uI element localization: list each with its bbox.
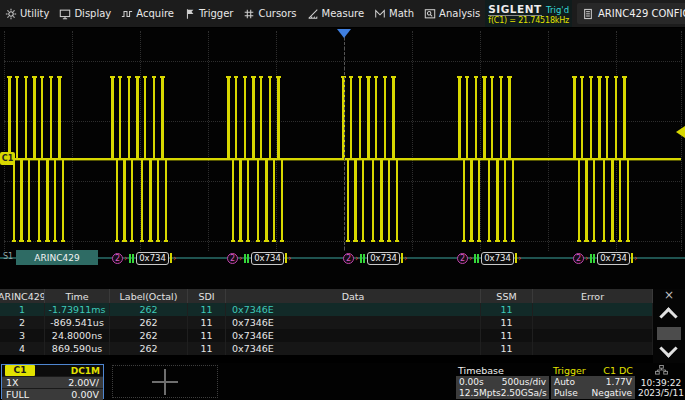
arinc429-config-button[interactable]: ARINC429 CONFIG	[577, 3, 685, 24]
menu-item-math[interactable]: Math	[369, 0, 419, 27]
table-cell: 11	[481, 329, 533, 342]
frame-word-count: 2	[457, 253, 468, 264]
menu-item-cursors[interactable]: Cursors	[238, 0, 301, 27]
trigger-label: Trigger	[553, 365, 586, 376]
menu-item-trigger[interactable]: Trigger	[179, 0, 239, 27]
col-header-time: Time	[45, 289, 110, 303]
clock-panel: 10:39:22 2023/5/11	[638, 364, 684, 399]
table-cell: 11	[188, 329, 226, 342]
frame-truncated-arrow-icon: ›	[173, 254, 176, 263]
menu-label: Acquire	[136, 8, 174, 19]
gear-icon	[5, 8, 17, 20]
menu-item-analysis[interactable]: Analysis	[419, 0, 485, 27]
timebase-panel[interactable]: Timebase 0.00s 500us/div 12.5Mpts 2.50GS…	[456, 364, 549, 399]
table-row[interactable]: 324.8000ns262110x7346E11	[0, 329, 653, 342]
menu-label: Math	[389, 8, 414, 19]
menu-label: Analysis	[439, 8, 480, 19]
trigger-position-marker[interactable]	[337, 29, 351, 38]
decode-frame: 2›0x734›	[343, 250, 407, 266]
sample-rate: 2.50GSa/s	[501, 388, 547, 398]
col-header-label: Label(Octal)	[110, 289, 188, 303]
add-channel-area[interactable]	[112, 365, 218, 398]
channel1-panel[interactable]: C1 DC1M 1X 2.00V/ FULL 0.00V	[1, 364, 104, 399]
status-block: SIGLENT Trig'd f(C1) = 21.74518kHz	[485, 0, 572, 27]
table-cell: 0x7346E	[226, 316, 481, 329]
trigger-level-marker[interactable]	[676, 126, 685, 138]
menu-item-display[interactable]: Display	[54, 0, 116, 27]
trigger-source: C1 DC	[603, 365, 633, 376]
table-cell: 1	[0, 303, 45, 316]
frame-sync-bars-icon	[129, 254, 134, 263]
clock-date: 2023/5/11	[638, 388, 684, 398]
table-cell: 262	[110, 316, 188, 329]
table-cell: 11	[188, 303, 226, 316]
table-cell: 3	[0, 329, 45, 342]
status-bar: C1 DC1M 1X 2.00V/ FULL 0.00V Timebase 0.…	[0, 363, 685, 400]
frame-truncated-arrow-icon: ›	[518, 254, 521, 263]
waveform-display[interactable]: C1 S1 ARINC429 2›0x734›2›0x734›2›0x734›2…	[0, 28, 685, 289]
menu-item-utility[interactable]: Utility	[0, 0, 54, 27]
plus-icon	[152, 369, 178, 395]
frame-word-count: 2	[112, 253, 123, 264]
col-header-ssm: SSM	[481, 289, 533, 303]
menu-label: Utility	[20, 8, 49, 19]
decode-table: ARINC429 Time Label(Octal) SDI Data SSM …	[0, 289, 685, 363]
channel1-ground-marker[interactable]: C1	[0, 152, 15, 165]
table-scroll-gutter: ×	[653, 289, 685, 363]
table-cell: 2	[0, 316, 45, 329]
table-cell: -1.73911ms	[45, 303, 110, 316]
channel1-badge: C1	[5, 365, 35, 376]
frame-data-value: 0x734	[251, 252, 284, 265]
memory-depth: 12.5Mpts	[459, 388, 501, 398]
menubar: Utility Display Acquire Trigger Cursors …	[0, 0, 685, 28]
table-cell: 11	[481, 303, 533, 316]
col-header-index: ARINC429	[0, 289, 45, 303]
table-cell: 4	[0, 342, 45, 355]
decode-frame: 2›0x734›	[112, 250, 176, 266]
table-cell: 0x7346E	[226, 342, 481, 355]
monitor-icon	[59, 8, 71, 20]
table-cell: 11	[188, 316, 226, 329]
trigger-type: Pulse	[554, 388, 578, 398]
table-cell	[533, 329, 653, 342]
vertical-scale: 2.00V/	[68, 377, 99, 388]
frame-sync-bars-icon	[474, 254, 479, 263]
decode-bus-label[interactable]: ARINC429	[16, 250, 98, 265]
oscilloscope-screen: Utility Display Acquire Trigger Cursors …	[0, 0, 685, 400]
table-cell: 11	[481, 316, 533, 329]
ruler-angle-icon	[307, 8, 319, 20]
frame-end-bar-icon	[170, 253, 172, 263]
menu-item-acquire[interactable]: Acquire	[116, 0, 179, 27]
table-row[interactable]: 1-1.73911ms262110x7346E11	[0, 303, 653, 316]
table-cell: 262	[110, 342, 188, 355]
frame-truncated-arrow-icon: ›	[634, 254, 637, 263]
trigger-position-line	[344, 37, 345, 250]
table-cell: 262	[110, 303, 188, 316]
frame-end-bar-icon	[631, 253, 633, 263]
crosshair-grid-icon	[243, 8, 255, 20]
menu-label: Cursors	[258, 8, 296, 19]
col-header-sdi: SDI	[188, 289, 226, 303]
close-icon[interactable]: ×	[653, 288, 685, 302]
frame-data-value: 0x734	[481, 252, 514, 265]
scroll-down-icon[interactable]	[659, 339, 677, 357]
serial-bus-id: S1	[3, 252, 13, 261]
frame-sync-bars-icon	[360, 254, 365, 263]
frame-word-count: 2	[573, 253, 584, 264]
table-row[interactable]: 4869.590us262110x7346E11	[0, 342, 653, 355]
scrollbar-thumb[interactable]	[657, 327, 681, 340]
menu-item-measure[interactable]: Measure	[302, 0, 370, 27]
scroll-up-icon[interactable]	[659, 307, 677, 325]
menu-label: Display	[74, 8, 111, 19]
table-cell: 0x7346E	[226, 329, 481, 342]
frame-end-bar-icon	[515, 253, 517, 263]
frame-end-bar-icon	[285, 253, 287, 263]
timebase-delay: 0.00s	[459, 377, 484, 387]
trigger-panel[interactable]: Trigger C1 DC Auto 1.77V Pulse Negative	[551, 364, 635, 399]
timebase-label: Timebase	[458, 365, 504, 376]
decode-frame: 2›0x734›	[227, 250, 291, 266]
frame-word-count: 2	[227, 253, 238, 264]
table-row[interactable]: 2-869.541us262110x7346E11	[0, 316, 653, 329]
frame-start-arrow-icon: ›	[469, 254, 472, 263]
frame-data-value: 0x734	[597, 252, 630, 265]
